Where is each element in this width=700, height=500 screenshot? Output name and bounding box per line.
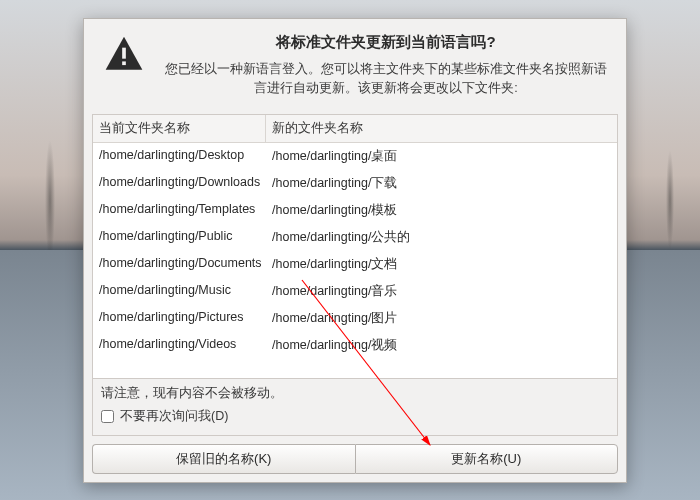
table-row[interactable]: /home/darlingting/Documents/home/darling… (93, 251, 617, 278)
table-row[interactable]: /home/darlingting/Templates/home/darling… (93, 197, 617, 224)
table-row[interactable]: /home/darlingting/Public/home/darlingtin… (93, 224, 617, 251)
dont-ask-checkbox[interactable] (101, 410, 114, 423)
table-row[interactable]: /home/darlingting/Music/home/darlingting… (93, 278, 617, 305)
table-row[interactable]: /home/darlingting/Downloads/home/darling… (93, 170, 617, 197)
cell-new-path: /home/darlingting/文档 (266, 255, 617, 274)
note-area: 请注意，现有内容不会被移动。 不要再次询问我(D) (92, 379, 618, 436)
cell-old-path: /home/darlingting/Documents (93, 255, 266, 274)
rename-folders-dialog: 将标准文件夹更新到当前语言吗? 您已经以一种新语言登入。您可以将主文件夹下的某些… (83, 18, 627, 483)
dialog-title: 将标准文件夹更新到当前语言吗? (162, 33, 610, 52)
svg-rect-1 (122, 61, 126, 65)
cell-new-path: /home/darlingting/桌面 (266, 147, 617, 166)
cell-old-path: /home/darlingting/Pictures (93, 309, 266, 328)
cell-old-path: /home/darlingting/Videos (93, 336, 266, 355)
keep-old-names-button[interactable]: 保留旧的名称(K) (92, 444, 355, 474)
cell-old-path: /home/darlingting/Public (93, 228, 266, 247)
header-text: 将标准文件夹更新到当前语言吗? 您已经以一种新语言登入。您可以将主文件夹下的某些… (162, 33, 610, 98)
note-text: 请注意，现有内容不会被移动。 (101, 385, 609, 402)
table-row[interactable]: /home/darlingting/Pictures/home/darlingt… (93, 305, 617, 332)
cell-new-path: /home/darlingting/公共的 (266, 228, 617, 247)
table-row[interactable]: /home/darlingting/Videos/home/darlingtin… (93, 332, 617, 359)
cell-new-path: /home/darlingting/视频 (266, 336, 617, 355)
table-header: 当前文件夹名称 新的文件夹名称 (93, 115, 617, 143)
cell-old-path: /home/darlingting/Music (93, 282, 266, 301)
column-header-new[interactable]: 新的文件夹名称 (266, 115, 617, 142)
cell-old-path: /home/darlingting/Desktop (93, 147, 266, 166)
cell-new-path: /home/darlingting/下载 (266, 174, 617, 193)
warning-icon (100, 33, 148, 81)
update-names-button[interactable]: 更新名称(U) (355, 444, 619, 474)
folder-table: 当前文件夹名称 新的文件夹名称 /home/darlingting/Deskto… (92, 114, 618, 380)
cell-new-path: /home/darlingting/图片 (266, 309, 617, 328)
button-bar: 保留旧的名称(K) 更新名称(U) (84, 436, 626, 482)
cell-new-path: /home/darlingting/模板 (266, 201, 617, 220)
svg-rect-0 (122, 48, 126, 59)
cell-new-path: /home/darlingting/音乐 (266, 282, 617, 301)
checkbox-label: 不要再次询问我(D) (120, 408, 228, 425)
dialog-header: 将标准文件夹更新到当前语言吗? 您已经以一种新语言登入。您可以将主文件夹下的某些… (84, 19, 626, 108)
cell-old-path: /home/darlingting/Templates (93, 201, 266, 220)
cell-old-path: /home/darlingting/Downloads (93, 174, 266, 193)
dont-ask-checkbox-row[interactable]: 不要再次询问我(D) (101, 408, 609, 425)
table-row[interactable]: /home/darlingting/Desktop/home/darlingti… (93, 143, 617, 170)
column-header-old[interactable]: 当前文件夹名称 (93, 115, 266, 142)
dialog-description: 您已经以一种新语言登入。您可以将主文件夹下的某些标准文件夹名按照新语言进行自动更… (162, 60, 610, 98)
table-body: /home/darlingting/Desktop/home/darlingti… (93, 143, 617, 379)
